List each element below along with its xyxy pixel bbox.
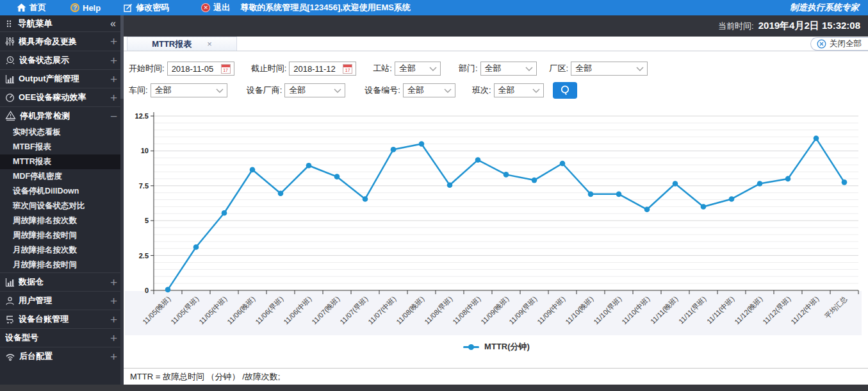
current-time-value: 2019年4月2日 15:32:08 [758, 20, 860, 32]
sidebar-group-模具寿命及更换[interactable]: 模具寿命及更换+ [0, 32, 124, 51]
sidebar-item-周故障排名按次数[interactable]: 周故障排名按次数 [0, 213, 124, 228]
infobar: 当前时间: 2019年4月2日 15:32:08 [124, 15, 868, 37]
expand-plus-icon[interactable]: + [110, 276, 117, 288]
sidebar-group-label: 设备型号 [5, 332, 110, 344]
sidebar-group-设备型号[interactable]: 设备型号+ [0, 328, 124, 347]
change-password-button[interactable]: 修改密码 [124, 2, 169, 13]
sidebar-group-数据仓[interactable]: 数据仓+ [0, 272, 124, 291]
department-value: 全部 [485, 63, 521, 74]
mttr-line-chart[interactable]: 02.557.51012.511/05(晚班)11/05(早班)11/05(中班… [125, 106, 868, 338]
filter-row-1: 开始时间:2018-11-0517截止时间:2018-11-1217工站:全部部… [129, 60, 868, 77]
workshop-value: 全部 [155, 85, 212, 96]
welcome-message: 尊敬的系统管理员[123456],欢迎使用EMS系统 [240, 2, 411, 13]
chevron-down-icon [525, 67, 533, 71]
device-no-select[interactable]: 全部 [403, 83, 455, 97]
help-icon: ? [70, 3, 79, 12]
help-label: Help [83, 3, 101, 13]
shift-value: 全部 [498, 85, 528, 96]
sidebar-item-实时状态看板[interactable]: 实时状态看板 [0, 125, 124, 140]
search-button[interactable] [553, 82, 577, 99]
sidebar-groups: 模具寿命及更换+设备状态展示+Output产能管理+OEE设备稼动效率+停机异常… [0, 32, 124, 365]
sidebar-item-周故障排名按时间[interactable]: 周故障排名按时间 [0, 228, 124, 243]
edit-icon [124, 3, 133, 12]
sidebar-group-Output产能管理[interactable]: Output产能管理+ [0, 69, 124, 88]
shift-label: 班次: [472, 85, 491, 96]
start-date-input[interactable]: 2018-11-0517 [167, 62, 234, 76]
home-button[interactable]: 首页 [17, 2, 46, 13]
formula-bar: MTTR = 故障总时间 （分钟） /故障次数; [124, 368, 868, 385]
expand-plus-icon[interactable]: + [110, 35, 117, 47]
logout-button[interactable]: ✕ 退出 [201, 2, 230, 13]
gauge-icon [5, 93, 15, 103]
sidebar-item-设备停机DillDown[interactable]: 设备停机DillDown [0, 184, 124, 199]
sidebar-group-OEE设备稼动效率[interactable]: OEE设备稼动效率+ [0, 88, 124, 106]
expand-plus-icon[interactable]: + [110, 313, 117, 326]
chevron-down-icon [532, 88, 540, 93]
warning-icon [5, 111, 16, 121]
user-icon [5, 296, 15, 306]
sidebar-group-label: 用户管理 [19, 295, 110, 306]
help-button[interactable]: ? Help [70, 3, 101, 13]
expand-plus-icon[interactable]: + [110, 54, 117, 67]
sidebar-item-MTTR报表[interactable]: MTTR报表 [0, 154, 124, 169]
sidebar-group-停机异常检测[interactable]: 停机异常检测− [0, 106, 124, 125]
sliders-icon [5, 37, 15, 46]
home-icon [17, 3, 26, 12]
svg-text:7.5: 7.5 [139, 182, 149, 190]
sidebar-group-label: 设备状态展示 [19, 54, 110, 66]
tab-close-icon[interactable]: × [207, 39, 212, 49]
logout-label: 退出 [213, 2, 230, 13]
end-date-input[interactable]: 2018-11-1217 [289, 62, 356, 76]
sidebar-item-月故障排名按时间[interactable]: 月故障排名按时间 [0, 258, 124, 272]
expand-plus-icon[interactable]: + [110, 295, 117, 307]
sidebar-collapse-icon[interactable]: « [110, 18, 116, 29]
station-value: 全部 [399, 63, 425, 74]
department-select[interactable]: 全部 [480, 62, 537, 76]
calendar-icon[interactable]: 17 [343, 64, 352, 74]
search-icon [559, 84, 571, 97]
expand-plus-icon[interactable]: + [110, 92, 117, 104]
chevron-down-icon [429, 67, 437, 71]
expand-plus-icon[interactable]: + [110, 73, 117, 85]
svg-text:0: 0 [145, 287, 149, 294]
sidebar-group-后台配置[interactable]: 后台配置+ [0, 347, 124, 365]
topbar: 首页 ? Help 修改密码 ✕ 退出 尊敬的系统管理员[123456],欢迎使… [0, 0, 868, 15]
factory-select[interactable]: 全部 [571, 62, 648, 76]
home-label: 首页 [29, 2, 46, 13]
sidebar-title: 导航菜单 [18, 18, 53, 29]
vendor-value: 全部 [289, 85, 330, 96]
expand-plus-icon[interactable]: + [110, 332, 117, 344]
sidebar-group-label: OEE设备稼动效率 [19, 92, 110, 103]
station-select[interactable]: 全部 [395, 62, 441, 76]
close-all-label: 关闭全部 [830, 38, 862, 49]
legend-line-marker-icon [463, 346, 479, 348]
tab-mttr-report[interactable]: MTTR报表 × [127, 37, 237, 51]
end-date-value: 2018-11-12 [293, 64, 340, 74]
circle-close-icon [817, 39, 826, 49]
brand-slogan: 制造执行系统专家 [790, 2, 859, 13]
sidebar-group-设备台账管理[interactable]: 设备台账管理+ [0, 310, 124, 328]
sidebar-group-label: 停机异常检测 [20, 110, 110, 122]
close-all-button[interactable]: 关闭全部 [810, 37, 868, 51]
expand-plus-icon[interactable]: + [110, 351, 117, 363]
start-date-value: 2018-11-05 [172, 64, 218, 74]
calendar-icon[interactable]: 17 [221, 64, 231, 74]
device-no-value: 全部 [407, 85, 440, 96]
legend-label: MTTR(分钟) [484, 341, 530, 353]
legend-item-mttr[interactable]: MTTR(分钟) [125, 339, 868, 354]
sidebar-item-月故障排名按次数[interactable]: 月故障排名按次数 [0, 243, 124, 258]
submenu-停机异常检测: 实时状态看板MTBF报表MTTR报表MDF停机密度设备停机DillDown班次间… [0, 125, 124, 272]
filter-panel: 开始时间:2018-11-0517截止时间:2018-11-1217工站:全部部… [124, 51, 868, 99]
workshop-label: 车间: [129, 85, 148, 96]
shift-select[interactable]: 全部 [494, 83, 544, 97]
sidebar-item-班次间设备状态对比[interactable]: 班次间设备状态对比 [0, 199, 124, 213]
sidebar-item-MDF停机密度[interactable]: MDF停机密度 [0, 169, 124, 184]
sidebar-group-用户管理[interactable]: 用户管理+ [0, 291, 124, 310]
sidebar-group-label: 后台配置 [19, 351, 110, 362]
vendor-select[interactable]: 全部 [284, 83, 345, 97]
sidebar-group-设备状态展示[interactable]: 设备状态展示+ [0, 51, 124, 69]
collapse-minus-icon[interactable]: − [110, 110, 117, 122]
ledger-icon [5, 315, 15, 324]
sidebar-item-MTBF报表[interactable]: MTBF报表 [0, 140, 124, 154]
workshop-select[interactable]: 全部 [151, 83, 227, 97]
